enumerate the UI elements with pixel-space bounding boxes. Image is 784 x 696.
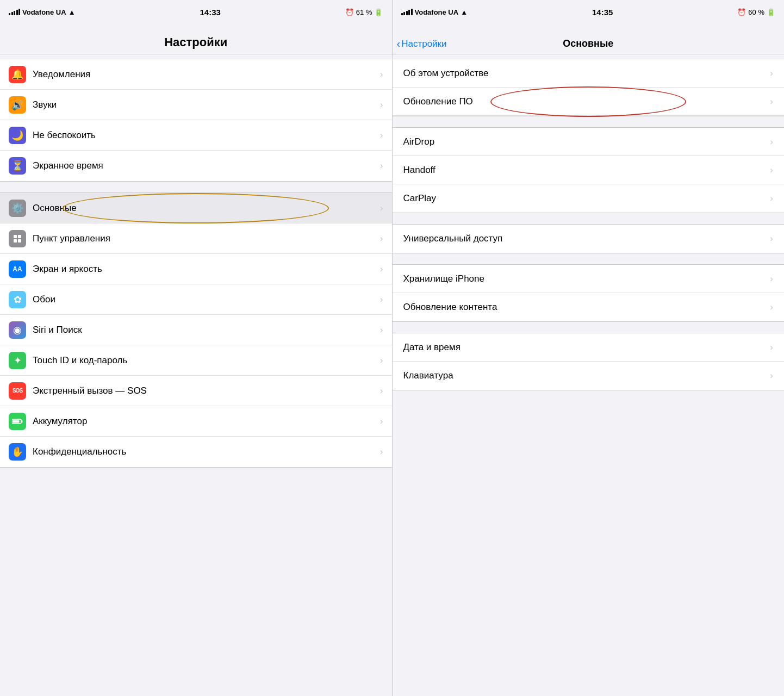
chevron-general: › bbox=[380, 203, 383, 214]
chevron-airdrop: › bbox=[770, 136, 773, 147]
rbar3 bbox=[406, 11, 408, 15]
r-gap5 bbox=[393, 390, 785, 401]
dnd-icon: 🌙 bbox=[9, 127, 26, 144]
chevron-bg-refresh: › bbox=[770, 302, 773, 313]
rbar4 bbox=[408, 10, 410, 15]
sounds-icon: 🔊 bbox=[9, 96, 26, 114]
right-group-1: Об этом устройстве › Обновление ПО › bbox=[393, 59, 785, 116]
row-dnd[interactable]: 🌙 Не беспокоить › bbox=[0, 120, 392, 151]
row-carplay[interactable]: CarPlay › bbox=[393, 184, 785, 213]
chevron-software-update: › bbox=[770, 96, 773, 107]
touchid-label: Touch ID и код-пароль bbox=[33, 355, 380, 366]
sos-label: Экстренный вызов — SOS bbox=[33, 386, 380, 396]
row-keyboard[interactable]: Клавиатура › bbox=[393, 362, 785, 390]
row-handoff[interactable]: Handoff › bbox=[393, 156, 785, 184]
privacy-icon: ✋ bbox=[9, 443, 26, 461]
row-notifications[interactable]: 🔔 Уведомления › bbox=[0, 59, 392, 90]
carrier-right: Vodafone UA bbox=[415, 8, 459, 16]
row-sos[interactable]: SOS Экстренный вызов — SOS › bbox=[0, 376, 392, 406]
left-panel: Vodafone UA ▲ 14:33 ⏰ 61 % 🔋 Настройки 🔔… bbox=[0, 0, 392, 696]
chevron-display: › bbox=[380, 264, 383, 275]
right-group-3: Универсальный доступ › bbox=[393, 224, 785, 253]
chevron-cc: › bbox=[380, 233, 383, 244]
wifi-icon-right: ▲ bbox=[461, 8, 468, 16]
r-gap0 bbox=[393, 54, 785, 59]
svg-rect-0 bbox=[14, 235, 17, 238]
chevron-handoff: › bbox=[770, 165, 773, 176]
chevron-about: › bbox=[770, 68, 773, 79]
wallpaper-label: Обои bbox=[33, 294, 380, 305]
gap1 bbox=[0, 54, 392, 59]
chevron-privacy: › bbox=[380, 446, 383, 457]
row-display[interactable]: AA Экран и яркость › bbox=[0, 254, 392, 284]
back-label: Настройки bbox=[401, 39, 446, 49]
rbar5 bbox=[411, 9, 413, 15]
row-software-update[interactable]: Обновление ПО › bbox=[393, 88, 785, 116]
left-group-2: ⚙️ Основные › Пункт управления › AA Экра… bbox=[0, 192, 392, 468]
r-gap4 bbox=[393, 322, 785, 333]
row-sounds[interactable]: 🔊 Звуки › bbox=[0, 90, 392, 120]
display-label: Экран и яркость bbox=[33, 264, 380, 275]
keyboard-label: Клавиатура bbox=[403, 370, 770, 381]
row-wallpaper[interactable]: ✿ Обои › bbox=[0, 284, 392, 315]
chevron-carplay: › bbox=[770, 193, 773, 204]
chevron-wallpaper: › bbox=[380, 294, 383, 305]
row-screen-time[interactable]: ⏳ Экранное время › bbox=[0, 151, 392, 181]
general-label: Основные bbox=[33, 203, 380, 214]
right-settings-content: Об этом устройстве › Обновление ПО › Air… bbox=[393, 54, 785, 696]
row-privacy[interactable]: ✋ Конфиденциальность › bbox=[0, 437, 392, 467]
bar5 bbox=[18, 9, 20, 15]
left-nav-bar: Настройки bbox=[0, 24, 392, 54]
row-accessibility[interactable]: Универсальный доступ › bbox=[393, 225, 785, 253]
chevron-dnd: › bbox=[380, 130, 383, 141]
row-iphone-storage[interactable]: Хранилище iPhone › bbox=[393, 265, 785, 293]
chevron-siri: › bbox=[380, 325, 383, 335]
left-status-bar: Vodafone UA ▲ 14:33 ⏰ 61 % 🔋 bbox=[0, 0, 392, 24]
row-date-time[interactable]: Дата и время › bbox=[393, 333, 785, 362]
control-center-label: Пункт управления bbox=[33, 233, 380, 244]
software-update-label: Обновление ПО bbox=[403, 96, 770, 107]
accessibility-label: Универсальный доступ bbox=[403, 233, 770, 244]
sos-icon: SOS bbox=[9, 382, 26, 400]
row-battery[interactable]: Аккумулятор › bbox=[0, 406, 392, 437]
handoff-label: Handoff bbox=[403, 165, 770, 176]
bar3 bbox=[14, 11, 15, 15]
row-airdrop[interactable]: AirDrop › bbox=[393, 128, 785, 156]
wifi-icon-left: ▲ bbox=[69, 8, 76, 16]
right-status-bar: Vodafone UA ▲ 14:35 ⏰ 60 % 🔋 bbox=[393, 0, 785, 24]
right-group-4: Хранилище iPhone › Обновление контента › bbox=[393, 264, 785, 322]
alarm-icon-right: ⏰ bbox=[737, 8, 746, 16]
date-time-label: Дата и время bbox=[403, 342, 770, 353]
row-control-center[interactable]: Пункт управления › bbox=[0, 223, 392, 254]
left-status-left: Vodafone UA ▲ bbox=[9, 8, 76, 16]
row-about[interactable]: Об этом устройстве › bbox=[393, 59, 785, 88]
general-icon: ⚙️ bbox=[9, 200, 26, 217]
left-nav-title: Настройки bbox=[164, 35, 227, 49]
right-nav-title: Основные bbox=[563, 38, 613, 49]
screen-time-icon: ⏳ bbox=[9, 157, 26, 175]
gap2 bbox=[0, 182, 392, 192]
carrier-left: Vodafone UA bbox=[22, 8, 66, 16]
control-center-icon bbox=[9, 230, 26, 247]
airdrop-label: AirDrop bbox=[403, 136, 770, 147]
right-group-5: Дата и время › Клавиатура › bbox=[393, 333, 785, 390]
row-siri[interactable]: ◉ Siri и Поиск › bbox=[0, 315, 392, 345]
row-general[interactable]: ⚙️ Основные › bbox=[0, 193, 392, 223]
row-bg-refresh[interactable]: Обновление контента › bbox=[393, 293, 785, 321]
back-button[interactable]: ‹ Настройки bbox=[397, 39, 447, 49]
left-settings-content: 🔔 Уведомления › 🔊 Звуки › 🌙 Не беспокоит… bbox=[0, 54, 392, 696]
row-general-container: ⚙️ Основные › bbox=[0, 193, 392, 223]
row-touchid[interactable]: ✦ Touch ID и код-пароль › bbox=[0, 345, 392, 376]
wallpaper-icon: ✿ bbox=[9, 291, 26, 308]
bar4 bbox=[16, 10, 18, 15]
bar1 bbox=[9, 13, 10, 15]
display-icon: AA bbox=[9, 260, 26, 278]
alarm-icon-left: ⏰ bbox=[345, 8, 354, 16]
chevron-battery: › bbox=[380, 416, 383, 427]
time-right: 14:35 bbox=[592, 8, 613, 17]
chevron-sounds: › bbox=[380, 100, 383, 110]
time-left: 14:33 bbox=[200, 8, 221, 17]
left-status-right: ⏰ 61 % 🔋 bbox=[345, 8, 383, 16]
chevron-screen-time: › bbox=[380, 160, 383, 171]
notifications-icon: 🔔 bbox=[9, 66, 26, 83]
